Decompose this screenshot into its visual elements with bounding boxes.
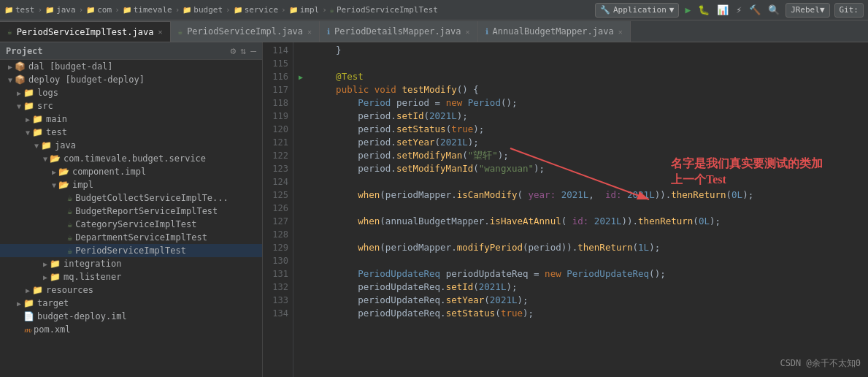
- build-button[interactable]: 🔨: [748, 3, 762, 17]
- run-triangle-icon[interactable]: ▶: [299, 73, 303, 81]
- tree-item-java[interactable]: ▼ 📁 java: [0, 139, 262, 152]
- debug-button[interactable]: 🐛: [696, 3, 711, 17]
- code-line-116: @Test: [314, 70, 862, 83]
- tree-item-target[interactable]: ▶ 📁 target: [0, 297, 262, 310]
- code-editor[interactable]: 114 115 116 117 118 119 120 121 122 123 …: [263, 42, 868, 377]
- tree-arrow-icon: ▶: [23, 115, 32, 123]
- line-num-120: 120: [263, 123, 288, 136]
- tree-arrow-icon: ▶: [50, 168, 58, 176]
- folder-icon: 📁: [32, 127, 43, 137]
- code-line-131: PeriodUpdateReq periodUpdateReq = new Pe…: [314, 267, 862, 281]
- tree-item-component-impl[interactable]: ▶ 📂 component.impl: [0, 165, 262, 178]
- sidebar-close-icon[interactable]: —: [250, 45, 256, 56]
- folder-icon: 📁: [23, 101, 34, 111]
- git-button[interactable]: Git:: [834, 3, 864, 18]
- tab-close-3[interactable]: ✕: [618, 28, 623, 36]
- tab-icon-impl: ☕: [178, 27, 183, 37]
- breadcrumb-test[interactable]: 📁 test: [4, 5, 35, 15]
- tree-item-budget-report[interactable]: ☕ BudgetReportServiceImplTest: [0, 205, 262, 218]
- tree-item-deploy[interactable]: ▼ 📦 deploy [budget-deploy]: [0, 73, 262, 86]
- tree-item-period[interactable]: ☕ PeriodServiceImplTest: [0, 244, 262, 257]
- app-dropdown[interactable]: 🔧 Application ▼: [595, 3, 679, 18]
- sidebar-settings-icon[interactable]: ⚙: [231, 45, 237, 56]
- folder-icon: 📁: [23, 88, 34, 98]
- run-marker-114: [293, 44, 308, 57]
- breadcrumb-java[interactable]: 📁 java: [45, 5, 76, 15]
- code-line-124: [314, 175, 862, 188]
- breadcrumb-timevale[interactable]: 📁 timevale: [123, 5, 172, 15]
- profile-button[interactable]: ⚡: [734, 3, 743, 17]
- line-numbers: 114 115 116 117 118 119 120 121 122 123 …: [263, 42, 293, 377]
- tab-period-details-mapper[interactable]: ℹ PeriodDetailsMapper.java ✕: [320, 21, 477, 42]
- tab-period-service-impl-test[interactable]: ☕ PeriodServiceImplTest.java ✕: [0, 21, 171, 42]
- folder-icon: 📁: [45, 6, 54, 14]
- xml-file-icon: 𝓶: [23, 324, 31, 335]
- run-marker-133: [293, 294, 308, 307]
- tree-item-test[interactable]: ▼ 📁 test: [0, 126, 262, 139]
- run-marker-122: [293, 149, 308, 162]
- folder-icon: 📁: [234, 6, 242, 14]
- breadcrumb-budget[interactable]: 📁 budget: [183, 5, 223, 15]
- sep6: ›: [281, 5, 286, 15]
- tree-item-iml[interactable]: 📄 budget-deploy.iml: [0, 310, 262, 323]
- tree-item-budget-collect[interactable]: ☕ BudgetCollectServiceImplTe...: [0, 191, 262, 205]
- search-button[interactable]: 🔍: [767, 3, 781, 17]
- tree-item-main[interactable]: ▶ 📁 main: [0, 113, 262, 126]
- line-num-128: 128: [263, 228, 288, 241]
- breadcrumb-impl[interactable]: 📁 impl: [289, 5, 320, 15]
- folder-icon: 📁: [86, 6, 95, 14]
- breadcrumb-file[interactable]: ☕ PeriodServiceImplTest: [330, 5, 438, 15]
- tab-close-1[interactable]: ✕: [307, 28, 312, 36]
- line-num-133: 133: [263, 294, 288, 307]
- folder-icon: 📁: [4, 6, 13, 14]
- run-marker-134: [293, 307, 308, 320]
- tab-close-2[interactable]: ✕: [466, 28, 470, 36]
- run-marker-125: [293, 188, 308, 202]
- tab-annual-budget-mapper[interactable]: ℹ AnnualBudgetMapper.java ✕: [478, 21, 631, 42]
- code-content[interactable]: } @Test public void testModify() { Perio…: [308, 42, 868, 377]
- code-line-127: when(annualBudgetMapper.isHaveAtAnnul( i…: [314, 215, 862, 228]
- code-line-115: [314, 57, 862, 70]
- sep1: ›: [38, 5, 43, 15]
- java-file-icon: ☕: [67, 219, 72, 229]
- sep7: ›: [322, 5, 327, 15]
- code-line-133: periodUpdateReq.setYear(2021L);: [314, 294, 862, 307]
- line-num-130: 130: [263, 254, 288, 267]
- jrebel-badge[interactable]: JRebel ▼: [786, 3, 829, 18]
- line-num-123: 123: [263, 162, 288, 175]
- coverage-button[interactable]: 📊: [715, 3, 730, 17]
- tree-item-mq-listener[interactable]: ▶ 📁 mq.listener: [0, 270, 262, 283]
- tab-close-0[interactable]: ✕: [158, 28, 162, 36]
- run-marker-124: [293, 175, 308, 188]
- tree-item-pom[interactable]: 𝓶 pom.xml: [0, 323, 262, 336]
- tab-bar: ☕ PeriodServiceImplTest.java ✕ ☕ PeriodS…: [0, 20, 868, 42]
- code-line-119: period.setId(2021L);: [314, 110, 862, 123]
- run-controls: 🔧 Application ▼ ▶ 🐛 📊 ⚡ 🔨 🔍 JRebel ▼ Git…: [595, 3, 864, 18]
- tree-item-resources[interactable]: ▶ 📁 resources: [0, 283, 262, 297]
- code-line-134: periodUpdateReq.setStatus(true);: [314, 307, 862, 320]
- line-num-125: 125: [263, 188, 288, 202]
- line-num-134: 134: [263, 307, 288, 320]
- package-icon: 📂: [58, 180, 69, 190]
- line-num-127: 127: [263, 215, 288, 228]
- tree-item-impl[interactable]: ▼ 📂 impl: [0, 178, 262, 191]
- folder-icon: 📁: [123, 6, 131, 14]
- code-line-114: }: [314, 44, 862, 57]
- tree-item-dal[interactable]: ▶ 📦 dal [budget-dal]: [0, 60, 262, 73]
- breadcrumb-service[interactable]: 📁 service: [234, 5, 278, 15]
- tab-period-service-impl[interactable]: ☕ PeriodServiceImpl.java ✕: [171, 21, 320, 42]
- breadcrumb-com[interactable]: 📁 com: [86, 5, 112, 15]
- run-marker-130: [293, 254, 308, 267]
- tree-item-package[interactable]: ▼ 📂 com.timevale.budget.service: [0, 152, 262, 165]
- tree-arrow-icon: ▶: [41, 273, 50, 281]
- sidebar-expand-icon[interactable]: ⇅: [240, 45, 246, 56]
- tree-item-category[interactable]: ☕ CategoryServiceImplTest: [0, 218, 262, 231]
- sep4: ›: [175, 5, 180, 15]
- tree-item-logs[interactable]: ▶ 📁 logs: [0, 86, 262, 99]
- tree-item-integration[interactable]: ▶ 📁 integration: [0, 257, 262, 270]
- code-line-132: periodUpdateReq.setId(2021L);: [314, 281, 862, 294]
- tree-item-department[interactable]: ☕ DepartmentServiceImplTest: [0, 231, 262, 244]
- run-button[interactable]: ▶: [683, 3, 692, 17]
- run-marker-117: [293, 83, 308, 96]
- tree-item-src[interactable]: ▼ 📁 src: [0, 99, 262, 113]
